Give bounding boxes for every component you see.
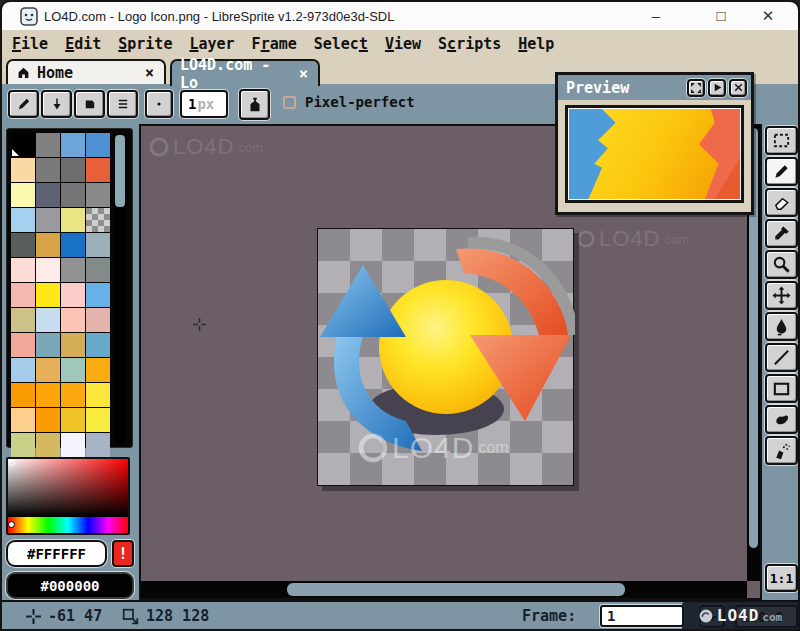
move-tool-button[interactable] xyxy=(765,281,798,310)
rectangle-tool-button[interactable] xyxy=(765,374,798,403)
menu-file[interactable]: File xyxy=(12,35,48,53)
palette-scrollbar[interactable] xyxy=(114,133,126,443)
palette-swatch[interactable] xyxy=(36,158,60,182)
palette-swatch[interactable] xyxy=(11,408,35,432)
palette-swatch[interactable] xyxy=(86,208,110,232)
sprite-canvas[interactable]: LO4D com xyxy=(317,228,574,486)
foreground-color-button[interactable]: #FFFFFF xyxy=(6,540,107,567)
horizontal-scrollbar-thumb[interactable] xyxy=(287,583,625,596)
palette-swatch[interactable] xyxy=(86,358,110,382)
palette-swatch[interactable] xyxy=(86,283,110,307)
palette-swatch[interactable] xyxy=(36,383,60,407)
pencil-tool-button[interactable] xyxy=(765,157,798,186)
brush-size-preview-button[interactable] xyxy=(145,90,173,118)
background-color-button[interactable]: #000000 xyxy=(6,572,134,599)
palette-swatch[interactable] xyxy=(36,233,60,257)
line-tool-button[interactable] xyxy=(765,343,798,372)
palette-swatch[interactable] xyxy=(86,258,110,282)
palette-swatch[interactable] xyxy=(86,408,110,432)
palette-swatch[interactable] xyxy=(86,158,110,182)
horizontal-scrollbar[interactable] xyxy=(141,581,747,598)
palette-swatch[interactable] xyxy=(86,433,110,457)
palette-swatch[interactable] xyxy=(11,158,35,182)
minimize-button[interactable]: – xyxy=(634,2,678,30)
palette-swatch[interactable] xyxy=(61,333,85,357)
palette-swatch[interactable] xyxy=(61,183,85,207)
palette-warning-button[interactable]: ! xyxy=(112,540,134,567)
tab-document[interactable]: LO4D.com - Lo × xyxy=(170,59,320,86)
palette-swatch[interactable] xyxy=(61,358,85,382)
spray-tool-button[interactable] xyxy=(765,436,798,465)
menu-scripts[interactable]: Scripts xyxy=(438,35,501,53)
palette-swatch[interactable] xyxy=(61,308,85,332)
palette-swatch[interactable] xyxy=(86,183,110,207)
palette-swatch[interactable] xyxy=(61,133,85,157)
palette-swatch[interactable] xyxy=(11,133,35,157)
palette-swatch[interactable] xyxy=(11,333,35,357)
menu-edit[interactable]: Edit xyxy=(65,35,101,53)
palette-swatch[interactable] xyxy=(11,308,35,332)
paint-bucket-tool-button[interactable] xyxy=(765,312,798,341)
palette-scrollbar-thumb[interactable] xyxy=(115,135,125,207)
preview-close-button[interactable] xyxy=(729,79,747,97)
palette-swatch[interactable] xyxy=(11,283,35,307)
palette-swatch[interactable] xyxy=(86,383,110,407)
palette-swatch[interactable] xyxy=(11,258,35,282)
zoom-1-1-button[interactable]: 1:1 xyxy=(765,564,798,592)
eraser-tool-button[interactable] xyxy=(765,188,798,217)
palette-swatch[interactable] xyxy=(36,358,60,382)
menu-view[interactable]: View xyxy=(385,35,421,53)
frame-number-input[interactable]: 1 xyxy=(600,605,684,627)
palette-swatch[interactable] xyxy=(11,233,35,257)
palette-swatch[interactable] xyxy=(86,333,110,357)
menu-help[interactable]: Help xyxy=(518,35,554,53)
palette-swatch[interactable] xyxy=(36,408,60,432)
palette-swatch[interactable] xyxy=(61,233,85,257)
palette-swatch[interactable] xyxy=(36,333,60,357)
palette-swatch[interactable] xyxy=(36,208,60,232)
blur-tool-button[interactable] xyxy=(765,405,798,434)
brush-shape-button[interactable] xyxy=(74,90,105,118)
menu-frame[interactable]: Frame xyxy=(252,35,297,53)
pixel-perfect-checkbox[interactable] xyxy=(283,96,296,109)
preview-center-button[interactable] xyxy=(687,79,705,97)
palette-swatch[interactable] xyxy=(36,183,60,207)
brush-options-button[interactable] xyxy=(107,90,138,118)
preview-play-button[interactable] xyxy=(708,79,726,97)
palette-swatch[interactable] xyxy=(61,258,85,282)
tab-home-close-icon[interactable]: × xyxy=(143,64,156,82)
menu-sprite[interactable]: Sprite xyxy=(118,35,172,53)
brush-dropdown-button[interactable] xyxy=(41,90,72,118)
palette-swatch[interactable] xyxy=(36,133,60,157)
palette-swatch[interactable] xyxy=(61,158,85,182)
palette-swatch[interactable] xyxy=(36,258,60,282)
menu-select[interactable]: Select xyxy=(314,35,368,53)
zoom-tool-button[interactable] xyxy=(765,250,798,279)
palette-swatch[interactable] xyxy=(11,433,35,457)
palette-swatch[interactable] xyxy=(61,208,85,232)
saturation-value-area[interactable] xyxy=(8,459,128,517)
palette-swatch[interactable] xyxy=(61,383,85,407)
hue-slider[interactable] xyxy=(8,517,128,533)
palette-swatch[interactable] xyxy=(61,433,85,457)
tab-home[interactable]: Home × xyxy=(6,59,166,84)
palette-swatch[interactable] xyxy=(11,383,35,407)
palette-swatch[interactable] xyxy=(36,283,60,307)
close-button[interactable]: ✕ xyxy=(746,2,790,30)
palette-swatch[interactable] xyxy=(86,133,110,157)
palette-swatch[interactable] xyxy=(11,358,35,382)
palette-swatch[interactable] xyxy=(86,308,110,332)
palette-swatch[interactable] xyxy=(61,283,85,307)
eyedropper-tool-button[interactable] xyxy=(765,219,798,248)
brush-pencil-button[interactable] xyxy=(8,90,39,118)
palette-swatch[interactable] xyxy=(86,233,110,257)
maximize-button[interactable]: □ xyxy=(699,2,743,30)
palette-swatch[interactable] xyxy=(36,308,60,332)
preview-title-bar[interactable]: Preview xyxy=(558,75,751,100)
tab-document-close-icon[interactable]: × xyxy=(297,65,310,83)
rectangular-marquee-tool-button[interactable] xyxy=(765,126,798,155)
palette-swatch[interactable] xyxy=(61,408,85,432)
ink-options-button[interactable] xyxy=(239,89,270,120)
palette-swatch[interactable] xyxy=(11,208,35,232)
palette-swatch[interactable] xyxy=(11,183,35,207)
